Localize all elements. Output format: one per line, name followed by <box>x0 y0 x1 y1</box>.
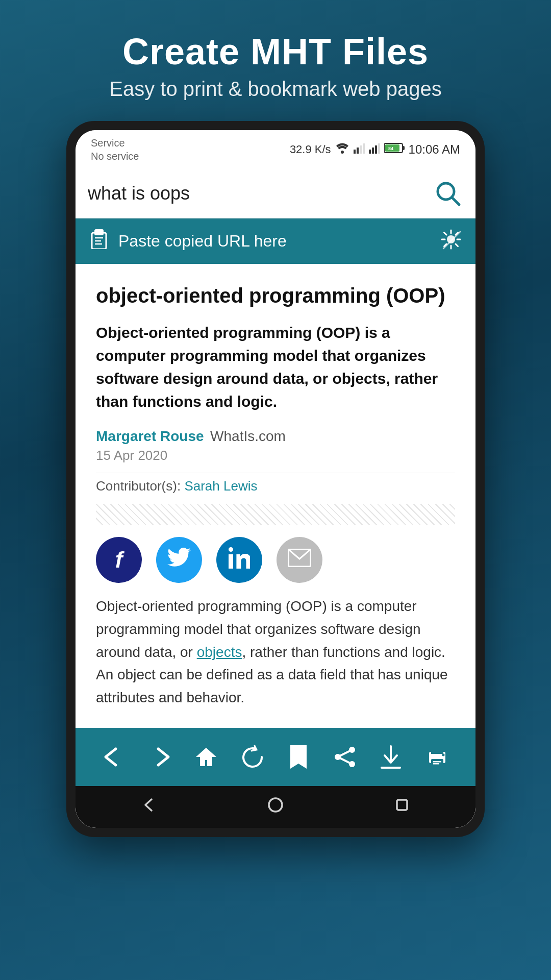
time-display: 10:06 AM <box>409 142 460 157</box>
facebook-button[interactable]: f <box>96 537 142 583</box>
svg-line-36 <box>341 751 349 755</box>
svg-rect-46 <box>397 800 407 810</box>
svg-rect-6 <box>372 148 374 154</box>
svg-rect-5 <box>369 150 371 154</box>
wifi-icon <box>335 142 349 157</box>
article-body: Object-oriented programming (OOP) is a c… <box>96 595 455 709</box>
android-home-button[interactable] <box>267 796 284 818</box>
svg-line-14 <box>452 198 459 205</box>
svg-rect-8 <box>378 143 380 154</box>
home-button[interactable] <box>188 739 224 775</box>
twitter-icon <box>167 548 191 573</box>
svg-rect-1 <box>354 150 356 154</box>
contributor-link[interactable]: Sarah Lewis <box>184 478 257 494</box>
svg-point-34 <box>349 761 355 767</box>
author-section: Margaret Rouse WhatIs.com 15 Apr 2020 <box>96 428 455 463</box>
print-button[interactable] <box>419 739 455 775</box>
search-button[interactable] <box>433 178 463 209</box>
paste-bar[interactable]: Paste copied URL here <box>76 218 475 264</box>
search-bar[interactable]: what is oops <box>76 169 475 218</box>
svg-rect-16 <box>95 230 103 235</box>
svg-rect-30 <box>229 554 233 569</box>
email-icon <box>288 549 311 572</box>
svg-rect-43 <box>433 763 439 765</box>
svg-rect-40 <box>431 748 443 754</box>
refresh-button[interactable] <box>235 739 270 775</box>
svg-line-37 <box>341 758 349 763</box>
android-nav <box>76 786 475 828</box>
divider-pattern <box>96 504 455 525</box>
article-summary: Object-oriented programming (OOP) is a c… <box>96 321 455 413</box>
author-name[interactable]: Margaret Rouse <box>96 428 204 444</box>
svg-point-31 <box>229 547 233 552</box>
forward-button[interactable] <box>142 739 178 775</box>
svg-rect-3 <box>360 145 362 154</box>
facebook-icon: f <box>115 547 123 573</box>
network-speed: 32.9 K/s <box>290 143 331 156</box>
paste-label: Paste copied URL here <box>118 232 287 251</box>
promo-subtitle: Easy to print & bookmark web pages <box>109 78 441 101</box>
objects-link[interactable]: objects <box>197 644 242 660</box>
svg-line-25 <box>444 232 447 235</box>
svg-point-0 <box>341 151 344 154</box>
bottom-nav <box>76 728 475 786</box>
svg-point-45 <box>269 798 282 812</box>
svg-point-44 <box>442 753 444 756</box>
signal-icon-2 <box>369 142 380 157</box>
svg-rect-2 <box>357 148 359 154</box>
back-button[interactable] <box>96 739 132 775</box>
clipboard-icon <box>90 229 108 254</box>
email-button[interactable] <box>277 537 322 583</box>
svg-point-20 <box>447 235 455 243</box>
twitter-button[interactable] <box>156 537 202 583</box>
svg-rect-10 <box>403 146 405 150</box>
battery-icon: 84 <box>384 142 405 157</box>
svg-rect-4 <box>363 143 365 154</box>
linkedin-icon <box>229 547 250 573</box>
bookmark-button[interactable] <box>281 739 316 775</box>
svg-rect-42 <box>433 761 441 763</box>
search-input[interactable]: what is oops <box>88 183 424 204</box>
social-icons: f <box>96 537 455 583</box>
phone-mockup: Service No service 32.9 K/s <box>66 121 485 837</box>
status-right: 32.9 K/s <box>290 142 460 157</box>
status-left: Service No service <box>91 136 139 163</box>
share-button[interactable] <box>327 739 363 775</box>
promo-header: Create MHT Files Easy to print & bookmar… <box>109 31 441 101</box>
paste-left: Paste copied URL here <box>90 229 287 254</box>
article-date: 15 Apr 2020 <box>96 448 455 463</box>
android-back-button[interactable] <box>140 796 158 818</box>
android-recents-button[interactable] <box>393 796 411 818</box>
promo-title: Create MHT Files <box>109 31 441 72</box>
svg-line-26 <box>456 244 458 247</box>
contributor-section: Contributor(s): Sarah Lewis <box>96 473 455 494</box>
article-title: object-oriented programming (OOP) <box>96 282 455 309</box>
phone-screen: Service No service 32.9 K/s <box>76 130 475 828</box>
theme-icon[interactable] <box>441 229 461 254</box>
author-site: WhatIs.com <box>210 428 286 444</box>
svg-rect-7 <box>375 145 377 154</box>
signal-icon <box>354 142 365 157</box>
linkedin-button[interactable] <box>216 537 262 583</box>
download-button[interactable] <box>373 739 409 775</box>
status-bar: Service No service 32.9 K/s <box>76 130 475 169</box>
contributor-label: Contributor(s): <box>96 478 181 494</box>
svg-text:84: 84 <box>388 146 393 151</box>
svg-rect-41 <box>431 759 443 766</box>
svg-point-35 <box>335 754 341 760</box>
content-area: object-oriented programming (OOP) Object… <box>76 264 475 728</box>
svg-point-33 <box>349 747 355 753</box>
